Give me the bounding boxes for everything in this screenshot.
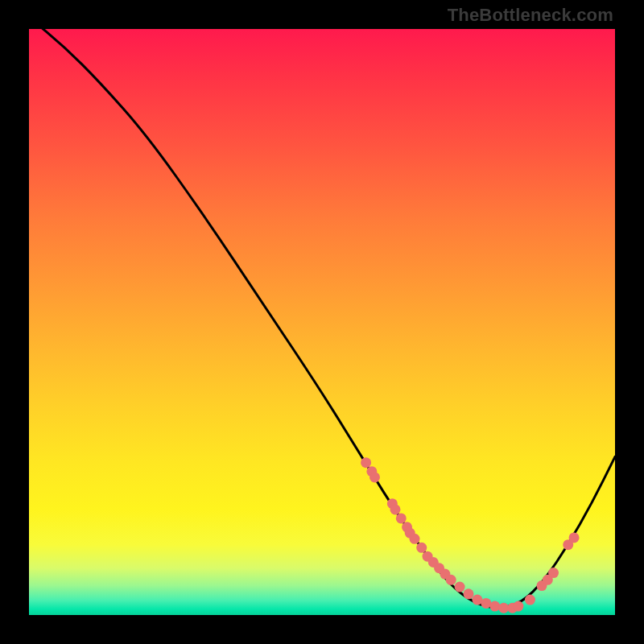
- data-dot: [396, 513, 407, 523]
- data-dot: [410, 534, 420, 544]
- data-dot: [548, 568, 559, 578]
- data-dot: [369, 472, 380, 482]
- data-dot: [569, 532, 580, 543]
- data-dot: [513, 601, 523, 612]
- data-dot: [464, 588, 474, 599]
- data-dot: [390, 504, 401, 514]
- data-dot: [525, 595, 535, 605]
- data-dots: [361, 457, 579, 613]
- plot-area: [29, 29, 615, 615]
- data-dot: [489, 601, 500, 612]
- data-dot: [455, 582, 465, 592]
- data-dot: [361, 457, 371, 468]
- data-dot: [446, 575, 456, 585]
- chart-stage: TheBottleneck.com: [0, 0, 644, 644]
- bottleneck-curve: [29, 17, 615, 607]
- watermark-text: TheBottleneck.com: [448, 5, 613, 26]
- chart-svg: [29, 29, 615, 615]
- data-dot: [416, 543, 427, 553]
